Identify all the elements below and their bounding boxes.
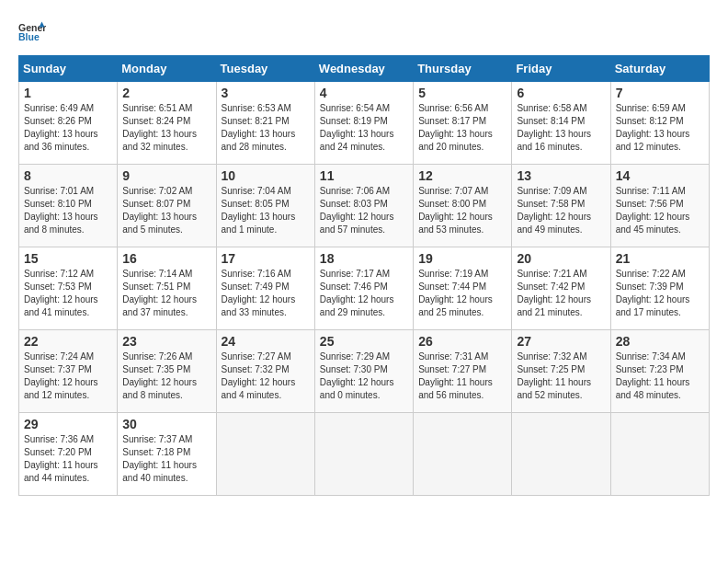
calendar-cell: 9 Sunrise: 7:02 AMSunset: 8:07 PMDayligh… — [118, 165, 216, 247]
day-number: 2 — [122, 86, 210, 100]
day-number: 22 — [24, 334, 112, 349]
day-number: 18 — [320, 251, 408, 266]
day-info: Sunrise: 7:04 AMSunset: 8:05 PMDaylight:… — [222, 185, 310, 236]
calendar-cell: 4 Sunrise: 6:54 AMSunset: 8:19 PMDayligh… — [314, 82, 413, 165]
day-info: Sunrise: 6:53 AMSunset: 8:21 PMDaylight:… — [222, 102, 310, 154]
day-number: 5 — [418, 86, 506, 100]
calendar-cell — [216, 413, 314, 496]
calendar-cell: 15 Sunrise: 7:12 AMSunset: 7:53 PMDaylig… — [19, 247, 118, 330]
day-info: Sunrise: 7:19 AMSunset: 7:44 PMDaylight:… — [418, 268, 506, 319]
day-number: 25 — [320, 334, 408, 349]
day-header-friday: Friday — [512, 56, 610, 82]
calendar-cell: 21 Sunrise: 7:22 AMSunset: 7:39 PMDaylig… — [610, 247, 709, 330]
day-number: 29 — [24, 417, 112, 431]
calendar-header-row: SundayMondayTuesdayWednesdayThursdayFrid… — [19, 56, 710, 82]
day-info: Sunrise: 7:09 AMSunset: 7:58 PMDaylight:… — [517, 185, 605, 236]
day-number: 9 — [122, 168, 210, 183]
calendar-cell: 30 Sunrise: 7:37 AMSunset: 7:18 PMDaylig… — [118, 413, 216, 496]
day-info: Sunrise: 7:24 AMSunset: 7:37 PMDaylight:… — [24, 350, 112, 402]
day-header-tuesday: Tuesday — [216, 56, 314, 82]
calendar-cell — [314, 413, 413, 496]
day-number: 3 — [222, 86, 310, 100]
calendar-cell: 18 Sunrise: 7:17 AMSunset: 7:46 PMDaylig… — [314, 247, 413, 330]
calendar-cell — [414, 413, 512, 496]
day-info: Sunrise: 7:17 AMSunset: 7:46 PMDaylight:… — [320, 268, 408, 319]
page-header: General Blue — [18, 18, 710, 46]
calendar-week-row: 22 Sunrise: 7:24 AMSunset: 7:37 PMDaylig… — [19, 330, 710, 413]
calendar-cell: 10 Sunrise: 7:04 AMSunset: 8:05 PMDaylig… — [216, 165, 314, 247]
day-number: 8 — [24, 168, 112, 183]
day-header-sunday: Sunday — [19, 56, 118, 82]
day-info: Sunrise: 7:34 AMSunset: 7:23 PMDaylight:… — [616, 350, 704, 402]
day-info: Sunrise: 7:14 AMSunset: 7:51 PMDaylight:… — [122, 268, 210, 319]
day-info: Sunrise: 6:51 AMSunset: 8:24 PMDaylight:… — [122, 102, 210, 154]
calendar-cell: 17 Sunrise: 7:16 AMSunset: 7:49 PMDaylig… — [216, 247, 314, 330]
calendar-cell: 24 Sunrise: 7:27 AMSunset: 7:32 PMDaylig… — [216, 330, 314, 413]
calendar-cell: 23 Sunrise: 7:26 AMSunset: 7:35 PMDaylig… — [118, 330, 216, 413]
day-number: 17 — [222, 251, 310, 266]
day-number: 11 — [320, 168, 408, 183]
day-number: 6 — [517, 86, 605, 100]
calendar-cell: 2 Sunrise: 6:51 AMSunset: 8:24 PMDayligh… — [118, 82, 216, 165]
day-number: 15 — [24, 251, 112, 266]
calendar-cell: 5 Sunrise: 6:56 AMSunset: 8:17 PMDayligh… — [414, 82, 512, 165]
day-info: Sunrise: 7:37 AMSunset: 7:18 PMDaylight:… — [122, 433, 210, 485]
day-info: Sunrise: 7:02 AMSunset: 8:07 PMDaylight:… — [122, 185, 210, 236]
day-info: Sunrise: 7:31 AMSunset: 7:27 PMDaylight:… — [418, 350, 506, 402]
calendar-week-row: 29 Sunrise: 7:36 AMSunset: 7:20 PMDaylig… — [19, 413, 710, 496]
calendar-cell: 12 Sunrise: 7:07 AMSunset: 8:00 PMDaylig… — [414, 165, 512, 247]
day-info: Sunrise: 6:49 AMSunset: 8:26 PMDaylight:… — [24, 102, 112, 154]
calendar-cell: 11 Sunrise: 7:06 AMSunset: 8:03 PMDaylig… — [314, 165, 413, 247]
calendar-table: SundayMondayTuesdayWednesdayThursdayFrid… — [18, 55, 710, 496]
calendar-cell: 16 Sunrise: 7:14 AMSunset: 7:51 PMDaylig… — [118, 247, 216, 330]
day-number: 10 — [222, 168, 310, 183]
day-info: Sunrise: 6:58 AMSunset: 8:14 PMDaylight:… — [517, 102, 605, 154]
day-info: Sunrise: 6:54 AMSunset: 8:19 PMDaylight:… — [320, 102, 408, 154]
svg-text:Blue: Blue — [18, 31, 40, 42]
calendar-cell: 26 Sunrise: 7:31 AMSunset: 7:27 PMDaylig… — [414, 330, 512, 413]
day-info: Sunrise: 7:21 AMSunset: 7:42 PMDaylight:… — [517, 268, 605, 319]
calendar-cell: 19 Sunrise: 7:19 AMSunset: 7:44 PMDaylig… — [414, 247, 512, 330]
day-number: 12 — [418, 168, 506, 183]
calendar-week-row: 8 Sunrise: 7:01 AMSunset: 8:10 PMDayligh… — [19, 165, 710, 247]
day-number: 30 — [122, 417, 210, 431]
calendar-cell: 29 Sunrise: 7:36 AMSunset: 7:20 PMDaylig… — [19, 413, 118, 496]
day-info: Sunrise: 6:56 AMSunset: 8:17 PMDaylight:… — [418, 102, 506, 154]
logo: General Blue — [18, 18, 46, 46]
day-info: Sunrise: 6:59 AMSunset: 8:12 PMDaylight:… — [616, 102, 704, 154]
calendar-cell: 7 Sunrise: 6:59 AMSunset: 8:12 PMDayligh… — [610, 82, 709, 165]
day-info: Sunrise: 7:11 AMSunset: 7:56 PMDaylight:… — [616, 185, 704, 236]
calendar-cell: 28 Sunrise: 7:34 AMSunset: 7:23 PMDaylig… — [610, 330, 709, 413]
day-header-thursday: Thursday — [414, 56, 512, 82]
calendar-cell: 3 Sunrise: 6:53 AMSunset: 8:21 PMDayligh… — [216, 82, 314, 165]
day-header-saturday: Saturday — [610, 56, 709, 82]
day-info: Sunrise: 7:22 AMSunset: 7:39 PMDaylight:… — [616, 268, 704, 319]
calendar-cell: 13 Sunrise: 7:09 AMSunset: 7:58 PMDaylig… — [512, 165, 610, 247]
day-info: Sunrise: 7:27 AMSunset: 7:32 PMDaylight:… — [222, 350, 310, 402]
day-number: 28 — [616, 334, 704, 349]
calendar-week-row: 15 Sunrise: 7:12 AMSunset: 7:53 PMDaylig… — [19, 247, 710, 330]
day-number: 24 — [222, 334, 310, 349]
day-header-wednesday: Wednesday — [314, 56, 413, 82]
calendar-cell — [610, 413, 709, 496]
day-number: 26 — [418, 334, 506, 349]
day-number: 13 — [517, 168, 605, 183]
calendar-cell: 25 Sunrise: 7:29 AMSunset: 7:30 PMDaylig… — [314, 330, 413, 413]
calendar-cell — [512, 413, 610, 496]
day-number: 21 — [616, 251, 704, 266]
day-number: 27 — [517, 334, 605, 349]
day-info: Sunrise: 7:06 AMSunset: 8:03 PMDaylight:… — [320, 185, 408, 236]
calendar-cell: 6 Sunrise: 6:58 AMSunset: 8:14 PMDayligh… — [512, 82, 610, 165]
day-header-monday: Monday — [118, 56, 216, 82]
calendar-cell: 8 Sunrise: 7:01 AMSunset: 8:10 PMDayligh… — [19, 165, 118, 247]
day-info: Sunrise: 7:07 AMSunset: 8:00 PMDaylight:… — [418, 185, 506, 236]
day-number: 19 — [418, 251, 506, 266]
calendar-cell: 22 Sunrise: 7:24 AMSunset: 7:37 PMDaylig… — [19, 330, 118, 413]
day-number: 23 — [122, 334, 210, 349]
day-info: Sunrise: 7:32 AMSunset: 7:25 PMDaylight:… — [517, 350, 605, 402]
day-info: Sunrise: 7:16 AMSunset: 7:49 PMDaylight:… — [222, 268, 310, 319]
day-number: 1 — [24, 86, 112, 100]
day-info: Sunrise: 7:12 AMSunset: 7:53 PMDaylight:… — [24, 268, 112, 319]
day-info: Sunrise: 7:26 AMSunset: 7:35 PMDaylight:… — [122, 350, 210, 402]
calendar-cell: 27 Sunrise: 7:32 AMSunset: 7:25 PMDaylig… — [512, 330, 610, 413]
